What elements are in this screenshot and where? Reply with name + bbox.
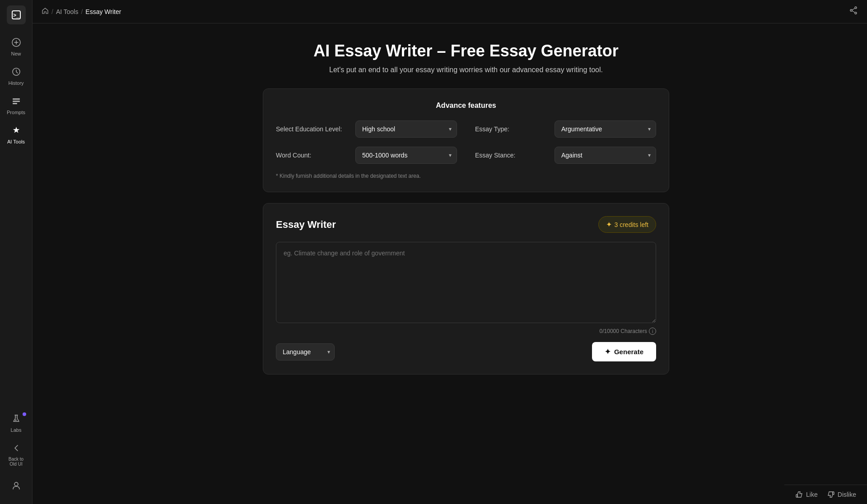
essay-writer-card: Essay Writer ✦ 3 credits left 0/10000 Ch…: [263, 203, 669, 375]
breadcrumb-sep2: /: [81, 8, 83, 15]
dislike-button[interactable]: Dislike: [827, 490, 856, 499]
like-label: Like: [806, 491, 818, 498]
sidebar-item-user[interactable]: [3, 476, 30, 497]
svg-rect-6: [13, 98, 20, 100]
app-logo[interactable]: >_: [7, 5, 26, 24]
svg-rect-17: [796, 495, 797, 497]
sidebar-item-label-history: History: [8, 80, 23, 86]
generate-star-icon: ✦: [605, 347, 611, 356]
sidebar-item-back-to-old-ui[interactable]: Back to Old UI: [3, 439, 30, 471]
sidebar-item-label-prompts: Prompts: [7, 110, 25, 115]
credits-badge: ✦ 3 credits left: [598, 216, 656, 233]
svg-point-10: [15, 420, 16, 421]
education-level-row: Select Education Level: High school Midd…: [276, 120, 457, 138]
advance-features-note: * Kindly furnish additional details in t…: [276, 173, 656, 179]
sidebar-item-label-back: Back to Old UI: [5, 457, 27, 467]
sidebar-item-new[interactable]: New: [3, 33, 30, 61]
svg-rect-18: [833, 492, 834, 495]
sidebar-item-ai-tools[interactable]: AI Tools: [3, 121, 30, 149]
word-count-select-wrapper: 500-1000 words 100-500 words 1000-2000 w…: [355, 147, 457, 164]
svg-point-14: [855, 12, 857, 14]
advance-features-title: Advance features: [276, 102, 656, 110]
svg-text:>_: >_: [13, 12, 19, 18]
char-count: 0/10000 Characters i: [276, 328, 656, 335]
advance-features-card: Advance features Select Education Level:…: [263, 88, 669, 192]
history-icon: [12, 67, 21, 79]
credits-count: 3 credits left: [615, 221, 648, 228]
sidebar-item-label-new: New: [11, 51, 21, 56]
labs-notification-dot: [23, 412, 26, 416]
prompts-icon: [12, 97, 21, 108]
svg-line-15: [852, 9, 855, 10]
education-level-select-wrapper: High school Middle school College Univer…: [355, 120, 457, 138]
svg-point-12: [855, 7, 857, 9]
sidebar-item-prompts[interactable]: Prompts: [3, 92, 30, 120]
breadcrumb-ai-tools[interactable]: AI Tools: [56, 8, 79, 15]
sidebar-item-history[interactable]: History: [3, 63, 30, 90]
back-icon: [12, 444, 21, 455]
char-count-info-icon[interactable]: i: [649, 328, 656, 335]
essay-textarea[interactable]: [276, 242, 656, 323]
breadcrumb-essay-writer: Essay Writer: [85, 8, 121, 15]
feedback-bar: Like Dislike: [784, 485, 867, 504]
essay-stance-select[interactable]: Against For Neutral: [555, 147, 656, 164]
advance-features-form: Select Education Level: High school Midd…: [276, 120, 656, 164]
essay-type-row: Essay Type: Argumentative Descriptive Na…: [475, 120, 656, 138]
topbar: / AI Tools / Essay Writer: [33, 0, 867, 23]
svg-line-16: [852, 11, 855, 13]
generate-button-label: Generate: [614, 348, 643, 356]
essay-footer: Language English Spanish French German C…: [276, 342, 656, 361]
sidebar: >_ New History Pro: [0, 0, 33, 504]
breadcrumb-sep1: /: [51, 8, 53, 15]
main-content: AI Essay Writer – Free Essay Generator L…: [65, 23, 867, 504]
home-icon[interactable]: [42, 7, 49, 16]
word-count-label: Word Count:: [276, 152, 348, 159]
essay-stance-select-wrapper: Against For Neutral ▾: [555, 147, 656, 164]
new-icon: [12, 38, 21, 49]
sidebar-item-label-ai-tools: AI Tools: [7, 139, 25, 144]
page-subtitle: Let's put an end to all your essay writi…: [92, 66, 840, 74]
essay-type-label: Essay Type:: [475, 125, 547, 133]
svg-rect-8: [13, 103, 17, 104]
credits-star-icon: ✦: [606, 220, 612, 229]
essay-card-header: Essay Writer ✦ 3 credits left: [276, 216, 656, 233]
sidebar-item-labs[interactable]: Labs: [3, 410, 30, 437]
essay-stance-label: Essay Stance:: [475, 152, 547, 159]
svg-rect-7: [13, 101, 20, 102]
word-count-select[interactable]: 500-1000 words 100-500 words 1000-2000 w…: [355, 147, 457, 164]
education-level-label: Select Education Level:: [276, 125, 348, 133]
svg-point-11: [14, 482, 18, 486]
education-level-select[interactable]: High school Middle school College Univer…: [355, 120, 457, 138]
word-count-row: Word Count: 500-1000 words 100-500 words…: [276, 147, 457, 164]
svg-point-13: [850, 9, 852, 11]
essay-type-select[interactable]: Argumentative Descriptive Narrative Expo…: [555, 120, 656, 138]
like-button[interactable]: Like: [795, 490, 818, 499]
breadcrumb: / AI Tools / Essay Writer: [42, 7, 121, 16]
labs-icon: [12, 414, 21, 425]
page-title: AI Essay Writer – Free Essay Generator: [92, 42, 840, 60]
ai-tools-icon: [12, 126, 21, 137]
essay-stance-row: Essay Stance: Against For Neutral ▾: [475, 147, 656, 164]
essay-writer-title: Essay Writer: [276, 219, 336, 231]
char-count-text: 0/10000 Characters: [600, 328, 647, 334]
language-select-wrapper: Language English Spanish French German C…: [276, 343, 335, 361]
sidebar-item-label-labs: Labs: [11, 427, 22, 433]
language-select[interactable]: Language English Spanish French German C…: [276, 343, 335, 361]
user-icon: [12, 481, 21, 492]
essay-type-select-wrapper: Argumentative Descriptive Narrative Expo…: [555, 120, 656, 138]
generate-button[interactable]: ✦ Generate: [592, 342, 656, 361]
dislike-label: Dislike: [838, 491, 856, 498]
share-button[interactable]: [849, 6, 858, 17]
